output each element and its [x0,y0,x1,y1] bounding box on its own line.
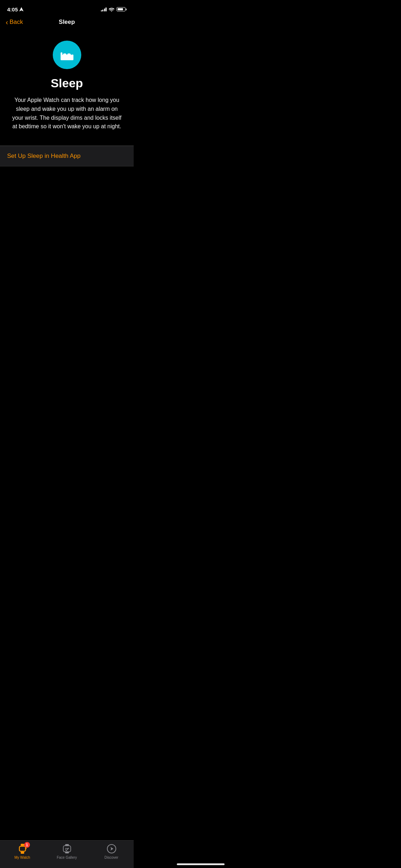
sleep-bed-icon [59,47,75,63]
hero-title: Sleep [7,76,127,90]
svg-rect-2 [72,55,73,57]
wifi-icon [109,7,114,11]
empty-content-area [0,166,134,309]
status-bar: 4:05 [0,0,134,16]
back-chevron-icon: ‹ [6,19,8,26]
back-button[interactable]: ‹ Back [6,19,23,26]
svg-rect-1 [61,52,62,57]
signal-icon [101,7,107,11]
setup-section[interactable]: Set Up Sleep in Health App [0,146,134,166]
content-hero: Sleep Your Apple Watch can track how lon… [0,30,134,146]
status-icons [101,7,127,11]
svg-rect-4 [63,53,66,56]
setup-sleep-link[interactable]: Set Up Sleep in Health App [7,153,81,159]
status-time: 4:05 [7,6,24,12]
hero-description: Your Apple Watch can track how long you … [10,96,124,131]
sleep-icon-circle [53,41,81,69]
battery-icon [117,7,127,11]
nav-title: Sleep [59,19,75,26]
nav-header: ‹ Back Sleep [0,16,134,30]
back-label: Back [10,19,23,26]
location-icon [19,7,24,11]
svg-rect-5 [67,53,71,56]
time-label: 4:05 [7,6,18,12]
